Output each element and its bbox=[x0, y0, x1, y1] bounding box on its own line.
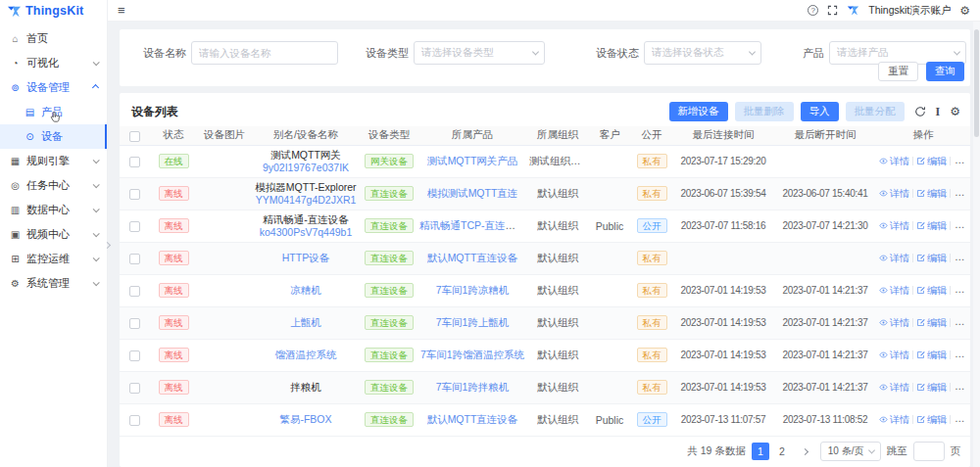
device-name[interactable]: 馏酒温控系统 bbox=[253, 349, 359, 361]
monitor-ops-icon: ⊞ bbox=[9, 254, 22, 264]
device-id[interactable]: ko4300PsV7q449b1 bbox=[253, 226, 359, 239]
header-checkbox[interactable] bbox=[129, 131, 140, 142]
next-page-button[interactable] bbox=[797, 443, 814, 460]
row-action-edit[interactable]: 编辑 bbox=[916, 219, 947, 233]
device-name[interactable]: 凉糟机 bbox=[253, 284, 359, 297]
row-action-detail[interactable]: 详情 bbox=[879, 413, 909, 427]
sidebar-item-visualization[interactable]: ◔可视化 bbox=[0, 51, 107, 75]
device-name[interactable]: 繁易-FBOX bbox=[253, 413, 359, 426]
public-badge: 私有 bbox=[637, 154, 667, 168]
row-checkbox[interactable] bbox=[129, 383, 140, 394]
row-select-cell bbox=[120, 242, 149, 274]
row-action-edit[interactable]: 编辑 bbox=[916, 252, 947, 265]
row-action-detail[interactable]: 详情 bbox=[879, 252, 909, 265]
fullscreen-icon[interactable] bbox=[827, 5, 838, 16]
row-checkbox[interactable] bbox=[129, 254, 140, 264]
row-action-edit[interactable]: 编辑 bbox=[916, 381, 947, 395]
row-action-detail[interactable]: 详情 bbox=[879, 284, 909, 298]
row-action-detail[interactable]: 详情 bbox=[879, 187, 909, 201]
jump-page-input[interactable] bbox=[913, 442, 945, 461]
chevron-down-icon bbox=[93, 230, 100, 237]
page-scrollbar[interactable] bbox=[973, 22, 980, 467]
batch-assign-button[interactable]: 批量分配 bbox=[846, 102, 905, 121]
device-id[interactable]: 9y02I19767e037IK bbox=[253, 162, 359, 174]
settings-gear-icon[interactable]: ⚙ bbox=[959, 5, 970, 17]
sidebar-item-system-management[interactable]: ⚙系统管理 bbox=[0, 271, 107, 296]
detail-icon bbox=[879, 286, 888, 295]
account-avatar[interactable] bbox=[847, 4, 859, 17]
device-name-input[interactable] bbox=[191, 41, 338, 65]
row-checkbox[interactable] bbox=[129, 350, 140, 361]
public-badge: 公开 bbox=[637, 218, 667, 233]
query-button[interactable]: 查询 bbox=[926, 62, 964, 81]
product-link[interactable]: 测试MQTT网关产品 bbox=[427, 155, 518, 166]
refresh-icon[interactable] bbox=[914, 106, 926, 117]
import-button[interactable]: 导入 bbox=[801, 102, 839, 121]
page-size-select[interactable]: 10 条/页 bbox=[820, 442, 881, 461]
topbar: ≡ ? Thingskit演示账户 ⚙ bbox=[108, 0, 980, 22]
table-title: 设备列表 bbox=[131, 104, 178, 120]
row-action-detail[interactable]: 详情 bbox=[879, 219, 909, 233]
product-link[interactable]: 7车间1跨馏酒温控系统 bbox=[420, 349, 524, 360]
product-link[interactable]: 精讯畅通TCP-直连设备 bbox=[419, 219, 526, 231]
home-icon: ⌂ bbox=[9, 33, 22, 44]
row-action-detail[interactable]: 详情 bbox=[879, 316, 909, 330]
table-row: 离线模拟器MQTT-ExplorerYYM04147g4D2JXR1直连设备模拟… bbox=[120, 177, 970, 210]
product-link[interactable]: 7车间1跨拌粮机 bbox=[436, 381, 510, 393]
column-header: 设备类型 bbox=[361, 126, 417, 145]
last-disconnect-time: 2023-07-01 14:21:37 bbox=[774, 371, 876, 403]
row-action-edit[interactable]: 编辑 bbox=[916, 413, 947, 427]
row-checkbox[interactable] bbox=[129, 189, 140, 200]
device-image-cell bbox=[198, 339, 251, 371]
batch-delete-button[interactable]: 批量删除 bbox=[735, 102, 794, 121]
status-cell: 离线 bbox=[149, 339, 198, 371]
device-id[interactable]: YYM04147g4D2JXR1 bbox=[253, 194, 359, 207]
sidebar-item-video-center[interactable]: ▣视频中心 bbox=[0, 222, 107, 247]
product-link[interactable]: 7车间1跨上甑机 bbox=[436, 316, 510, 328]
product-link[interactable]: 默认MQTT直连设备 bbox=[427, 413, 518, 425]
row-action-detail[interactable]: 详情 bbox=[879, 349, 909, 362]
sidebar-item-monitor-ops[interactable]: ⊞监控运维 bbox=[0, 247, 107, 271]
row-action-detail[interactable]: 详情 bbox=[879, 381, 909, 395]
device-name[interactable]: 上甑机 bbox=[253, 316, 359, 329]
row-checkbox[interactable] bbox=[129, 221, 140, 232]
row-checkbox[interactable] bbox=[129, 157, 140, 167]
sidebar-item-device-management[interactable]: ⊚设备管理 bbox=[0, 75, 107, 100]
device-name[interactable]: HTTP设备 bbox=[253, 252, 359, 264]
row-action-edit[interactable]: 编辑 bbox=[916, 284, 947, 298]
page-button-1[interactable]: 1 bbox=[752, 443, 769, 460]
row-action-edit[interactable]: 编辑 bbox=[916, 155, 947, 168]
reset-button[interactable]: 重置 bbox=[878, 62, 918, 81]
sidebar-item-home[interactable]: ⌂首页 bbox=[0, 26, 107, 51]
sidebar-item-task-center[interactable]: ◎任务中心 bbox=[0, 173, 107, 198]
collapse-menu-icon[interactable]: ≡ bbox=[118, 4, 125, 17]
row-checkbox[interactable] bbox=[129, 318, 140, 329]
sidebar-item-label: 设备管理 bbox=[26, 80, 93, 95]
sidebar-item-rule-engine[interactable]: ▦规则引擎 bbox=[0, 149, 107, 173]
column-height-icon[interactable]: I bbox=[936, 106, 941, 117]
row-checkbox[interactable] bbox=[129, 415, 140, 426]
device-type-select[interactable]: 请选择设备类型 bbox=[414, 41, 545, 65]
page-button-2[interactable]: 2 bbox=[773, 443, 791, 460]
help-icon[interactable]: ? bbox=[808, 5, 818, 16]
product-link[interactable]: 7车间1跨凉糟机 bbox=[436, 284, 510, 296]
account-name[interactable]: Thingskit演示账户 bbox=[868, 4, 951, 18]
sidebar-item-device[interactable]: ⊙设备 bbox=[0, 124, 107, 149]
row-action-edit[interactable]: 编辑 bbox=[916, 316, 947, 330]
row-select-cell bbox=[120, 177, 149, 210]
sidebar-item-product[interactable]: ▤产品 bbox=[0, 100, 107, 124]
row-action-edit[interactable]: 编辑 bbox=[916, 187, 947, 201]
row-action-detail[interactable]: 详情 bbox=[879, 155, 909, 168]
scrollbar-thumb[interactable] bbox=[974, 29, 979, 137]
app-logo[interactable]: ThingsKit bbox=[0, 0, 107, 22]
add-device-button[interactable]: 新增设备 bbox=[669, 102, 728, 121]
product-link[interactable]: 模拟测试MQTT直连 bbox=[427, 187, 518, 199]
row-action-edit[interactable]: 编辑 bbox=[916, 349, 947, 362]
device-status-select[interactable]: 请选择设备状态 bbox=[644, 41, 761, 65]
public-badge: 私有 bbox=[637, 251, 667, 265]
sidebar-item-data-center[interactable]: ▥数据中心 bbox=[0, 198, 107, 222]
table-settings-icon[interactable]: ⚙ bbox=[950, 106, 960, 117]
edit-icon bbox=[916, 383, 925, 392]
product-link[interactable]: 默认MQTT直连设备 bbox=[427, 252, 518, 263]
row-checkbox[interactable] bbox=[129, 286, 140, 297]
